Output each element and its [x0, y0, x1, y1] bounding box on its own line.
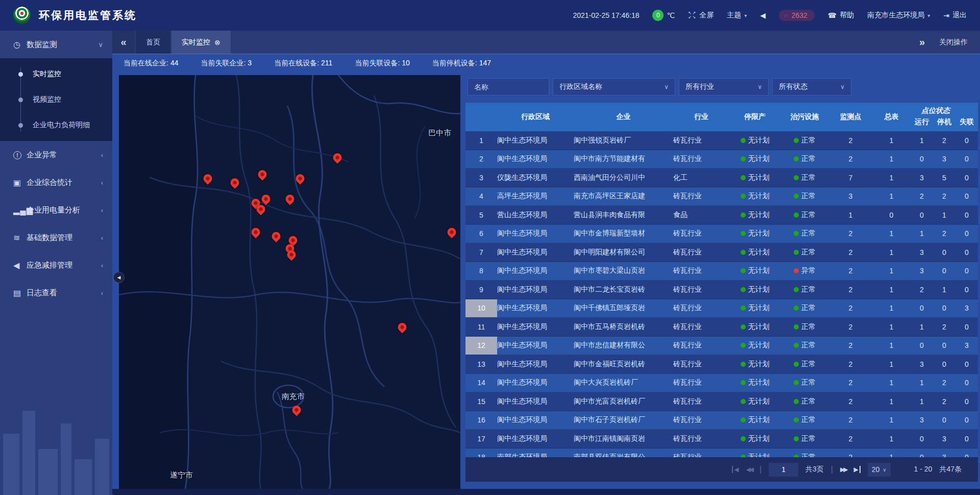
cell-offline-count: 0: [955, 174, 978, 182]
cell-production-status: 无计划: [729, 378, 780, 387]
table-row[interactable]: 12 阆中生态环境局 阆中市忠信建材有限公 砖瓦行业 无计划: [465, 337, 978, 356]
tabs-scroll-right-button[interactable]: »: [919, 36, 925, 48]
tab-realtime-monitor[interactable]: 实时监控 ⊗: [172, 31, 231, 54]
cell-facility-status: 正常: [780, 136, 829, 145]
divider: |: [760, 465, 762, 474]
status-dot-icon: [741, 380, 746, 385]
sidebar-item-data-monitoring[interactable]: ◷ 数据监测 ∨: [0, 31, 112, 58]
next-page-button[interactable]: ▶▶: [840, 466, 846, 473]
name-search-input[interactable]: [468, 78, 549, 96]
cell-region: 阆中生态环境局: [497, 415, 574, 425]
notification-badge[interactable]: ∩ 2632: [779, 10, 815, 21]
cell-running-count: 0: [911, 211, 933, 219]
cell-company: 阆中市金福旺页岩机砖: [574, 360, 673, 369]
map-city-label: 遂宁市: [170, 470, 193, 480]
cell-production-status: 无计划: [729, 415, 780, 425]
logout-button[interactable]: ⇥ 退出: [943, 11, 967, 20]
status-dot-icon: [741, 362, 746, 367]
cell-industry: 化工: [673, 173, 729, 182]
org-dropdown[interactable]: 南充市生态环境局 ▾: [867, 11, 930, 20]
prev-page-button[interactable]: ◀◀: [746, 466, 752, 473]
sidebar-item-power-analysis[interactable]: ▂▄▆ 企业用电量分析 ‹: [0, 196, 112, 224]
table-row[interactable]: 18 南部生态环境局 南部县双佳页岩有限公 砖瓦行业 无计划: [465, 449, 978, 458]
page-size-select[interactable]: 20 ∨: [868, 463, 891, 477]
sidebar-item-enterprise-statistics[interactable]: ▣ 企业综合统计 ‹: [0, 169, 112, 196]
cell-stopped-count: 5: [933, 174, 955, 182]
table-row[interactable]: 6 阆中生态环境局 阆中市金博瑞新型墙材 砖瓦行业 无计划: [465, 225, 978, 244]
cell-offline-count: 0: [955, 229, 978, 238]
cell-stopped-count: 0: [933, 341, 955, 349]
table-row[interactable]: 16 阆中生态环境局 阆中市石子页岩机砖厂 砖瓦行业 无计划: [465, 411, 978, 430]
cell-company: 阆中市金博瑞新型墙材: [574, 229, 673, 238]
map[interactable]: 巴中市 南充市 遂宁市: [119, 75, 460, 489]
region-select[interactable]: 行政区域名称 ∨: [553, 78, 675, 96]
table-row[interactable]: 8 阆中生态环境局 阆中市枣碧大梁山页岩 砖瓦行业 无计划: [465, 262, 978, 281]
cell-running-count: 1: [911, 323, 933, 331]
industry-select[interactable]: 所有行业 ∨: [679, 78, 769, 96]
table-row[interactable]: 2 阆中生态环境局 阆中市南方节能建材有 砖瓦行业 无计划: [465, 150, 978, 169]
cell-running-count: 3: [911, 416, 933, 424]
row-index: 16: [465, 411, 497, 430]
status-dot-icon: [794, 399, 799, 404]
cell-monitor-count: 2: [829, 416, 872, 424]
cell-meter-count: 1: [872, 155, 911, 163]
cell-production-status: 无计划: [729, 285, 780, 294]
row-index: 14: [465, 374, 497, 392]
first-page-button[interactable]: ◀: [732, 466, 739, 473]
column-header-region: 行政区域: [497, 112, 574, 122]
table-row[interactable]: 14 阆中生态环境局 阆中大兴页岩机砖厂 砖瓦行业 无计划: [465, 374, 978, 393]
status-select[interactable]: 所有状态 ∨: [772, 78, 851, 96]
close-operations-button[interactable]: 关闭操作: [939, 38, 968, 47]
org-name: 南充市生态环境局: [867, 11, 924, 20]
table-row[interactable]: 10 阆中生态环境局 阆中千佛镇五郎垭页岩 砖瓦行业 无计划: [465, 299, 978, 318]
datetime: 2021-02-25 17:46:18: [573, 11, 639, 19]
sound-button[interactable]: ◀: [760, 11, 766, 19]
cell-region: 阆中生态环境局: [497, 229, 574, 238]
help-button[interactable]: ☎ 帮助: [828, 11, 854, 20]
map-collapse-button[interactable]: ◀: [113, 272, 125, 283]
table-row[interactable]: 11 阆中生态环境局 阆中市五马桥页岩机砖 砖瓦行业 无计划: [465, 318, 978, 337]
table-row[interactable]: 5 营山生态环境局 营山县润丰肉食品有限 食品 无计划: [465, 206, 978, 225]
cell-offline-count: 0: [955, 136, 978, 145]
table-row[interactable]: 3 仪陇生态环境局 西南油气田分公司川中 化工 无计划: [465, 169, 978, 187]
page-number-input[interactable]: [769, 463, 798, 477]
sidebar-item-video-monitor[interactable]: 视频监控: [0, 87, 112, 112]
sidebar-item-log-view[interactable]: ▤ 日志查看 ‹: [0, 279, 112, 307]
cell-region: 阆中生态环境局: [497, 360, 574, 369]
cell-meter-count: 1: [872, 248, 911, 256]
sidebar-item-realtime-monitor[interactable]: 实时监控: [0, 61, 112, 87]
cell-stopped-count: 3: [933, 453, 955, 457]
cell-industry: 砖瓦行业: [673, 453, 729, 457]
sidebar-item-base-data[interactable]: ≋ 基础数据管理 ‹: [0, 224, 112, 251]
cell-running-count: 0: [911, 304, 933, 312]
tabs-scroll-left-button[interactable]: «: [112, 31, 135, 54]
cell-industry: 砖瓦行业: [673, 303, 729, 313]
table-row[interactable]: 13 阆中生态环境局 阆中市金福旺页岩机砖 砖瓦行业 无计划: [465, 355, 978, 374]
stat-item: 当前在线设备:211: [274, 59, 332, 68]
cell-production-status: 无计划: [729, 453, 780, 457]
table-row[interactable]: 4 高坪生态环境局 南充市高坪区王家店建 砖瓦行业 无计划: [465, 187, 978, 206]
close-icon[interactable]: ⊗: [214, 38, 220, 46]
cell-company: 阆中市二龙长宝页岩砖: [574, 285, 673, 294]
cell-region: 阆中生态环境局: [497, 285, 574, 294]
cell-stopped-count: 2: [933, 323, 955, 331]
monitor-panel: 行政区域名称 ∨ 所有行业 ∨ 所有状态 ∨: [465, 75, 978, 489]
status-dot-icon: [794, 324, 799, 329]
table-row[interactable]: 15 阆中生态环境局 阆中市光富页岩机砖厂 砖瓦行业 无计划: [465, 392, 978, 411]
sidebar-item-power-load-detail[interactable]: 企业电力负荷明细: [0, 112, 112, 138]
row-index: 5: [465, 206, 497, 224]
table-row[interactable]: 9 阆中生态环境局 阆中市二龙长宝页岩砖 砖瓦行业 无计划: [465, 280, 978, 299]
table-row[interactable]: 1 阆中生态环境局 阆中强锐页岩砖厂 砖瓦行业 无计划: [465, 131, 978, 150]
sidebar-item-enterprise-abnormal[interactable]: ! 企业异常 ‹: [0, 141, 112, 169]
table-row[interactable]: 17 阆中生态环境局 阆中市江南镇阆南页岩 砖瓦行业 无计划: [465, 430, 978, 449]
fullscreen-button[interactable]: ↖↗↙↘ 全屏: [688, 11, 714, 20]
table-row[interactable]: 7 阆中生态环境局 阆中明阳建材有限公司 砖瓦行业 无计划: [465, 243, 978, 262]
sidebar-item-emergency-reduction[interactable]: ◀ 应急减排管理 ‹: [0, 251, 112, 279]
cell-running-count: 3: [911, 174, 933, 182]
cell-stopped-count: 0: [933, 248, 955, 256]
cell-industry: 砖瓦行业: [673, 397, 729, 406]
theme-dropdown[interactable]: 主题 ▾: [727, 11, 747, 20]
last-page-button[interactable]: ▶: [853, 466, 860, 473]
tab-home[interactable]: 首页: [136, 31, 170, 54]
column-header-stopped: 停机: [933, 117, 955, 131]
